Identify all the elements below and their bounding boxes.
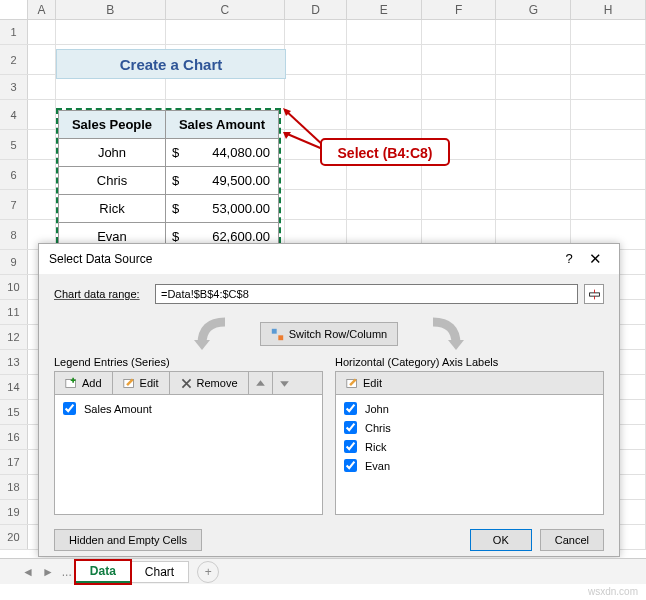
table-header-amount: Sales Amount xyxy=(166,111,279,139)
select-data-source-dialog: Select Data Source ? ✕ Chart data range:… xyxy=(38,243,620,557)
svg-marker-5 xyxy=(194,340,210,350)
move-up-button[interactable] xyxy=(249,372,273,394)
ok-button[interactable]: OK xyxy=(470,529,532,551)
category-checkbox[interactable] xyxy=(344,402,357,415)
cell-amount: $49,500.00 xyxy=(166,167,279,195)
table-row[interactable]: Rick$53,000.00 xyxy=(59,195,279,223)
tab-ellipsis[interactable]: ... xyxy=(58,565,76,579)
cell-name: Chris xyxy=(59,167,166,195)
collapse-icon xyxy=(588,288,601,301)
svg-marker-12 xyxy=(280,381,289,386)
category-checkbox[interactable] xyxy=(344,440,357,453)
col-header-a[interactable]: A xyxy=(28,0,56,19)
row-header-8[interactable]: 8 xyxy=(0,220,28,249)
series-item[interactable]: Sales Amount xyxy=(59,399,318,418)
row-header-7[interactable]: 7 xyxy=(0,190,28,219)
category-item[interactable]: Rick xyxy=(340,437,599,456)
row-header-16[interactable]: 16 xyxy=(0,425,28,449)
edit-label: Edit xyxy=(140,377,159,389)
col-header-f[interactable]: F xyxy=(422,0,497,19)
row-header-20[interactable]: 20 xyxy=(0,525,28,549)
category-listbox[interactable]: JohnChrisRickEvan xyxy=(335,395,604,515)
series-checkbox[interactable] xyxy=(63,402,76,415)
edit-series-button[interactable]: Edit xyxy=(113,372,170,394)
row-header-15[interactable]: 15 xyxy=(0,400,28,424)
select-all-corner[interactable] xyxy=(0,0,28,19)
watermark: wsxdn.com xyxy=(588,586,638,597)
cell-amount: $44,080.00 xyxy=(166,139,279,167)
sheet-tab-chart[interactable]: Chart xyxy=(130,561,189,583)
column-header-row: A B C D E F G H xyxy=(0,0,646,20)
tab-nav-prev[interactable]: ◄ xyxy=(18,565,38,579)
sheet-tabs: ◄ ► ... Data Chart + xyxy=(0,558,646,584)
svg-rect-7 xyxy=(278,335,283,340)
row-header-2[interactable]: 2 xyxy=(0,45,28,74)
cancel-button[interactable]: Cancel xyxy=(540,529,604,551)
svg-rect-4 xyxy=(589,292,599,295)
chart-range-input[interactable] xyxy=(155,284,578,304)
svg-marker-8 xyxy=(448,340,464,350)
table-row[interactable]: Chris$49,500.00 xyxy=(59,167,279,195)
category-label: John xyxy=(365,403,389,415)
table-header-people: Sales People xyxy=(59,111,166,139)
dialog-title: Select Data Source xyxy=(49,244,557,274)
row-header-11[interactable]: 11 xyxy=(0,300,28,324)
col-header-c[interactable]: C xyxy=(166,0,286,19)
row-header-6[interactable]: 6 xyxy=(0,160,28,189)
row-header-17[interactable]: 17 xyxy=(0,450,28,474)
category-item[interactable]: Chris xyxy=(340,418,599,437)
col-header-h[interactable]: H xyxy=(571,0,646,19)
row-header-4[interactable]: 4 xyxy=(0,100,28,129)
edit-axis-button[interactable]: Edit xyxy=(336,372,392,394)
category-item[interactable]: Evan xyxy=(340,456,599,475)
remove-series-button[interactable]: Remove xyxy=(170,372,249,394)
series-listbox[interactable]: Sales Amount xyxy=(54,395,323,515)
row-header-19[interactable]: 19 xyxy=(0,500,28,524)
col-header-b[interactable]: B xyxy=(56,0,166,19)
category-item[interactable]: John xyxy=(340,399,599,418)
series-label: Sales Amount xyxy=(84,403,152,415)
row-header-18[interactable]: 18 xyxy=(0,475,28,499)
row-header-10[interactable]: 10 xyxy=(0,275,28,299)
sheet-tab-data[interactable]: Data xyxy=(75,560,131,584)
row-header-13[interactable]: 13 xyxy=(0,350,28,374)
add-label: Add xyxy=(82,377,102,389)
svg-marker-11 xyxy=(256,380,265,385)
collapse-range-button[interactable] xyxy=(584,284,604,304)
col-header-d[interactable]: D xyxy=(285,0,347,19)
down-icon xyxy=(278,377,291,390)
switch-label: Switch Row/Column xyxy=(289,328,387,340)
col-header-e[interactable]: E xyxy=(347,0,422,19)
col-header-g[interactable]: G xyxy=(496,0,571,19)
row-header-9[interactable]: 9 xyxy=(0,250,28,274)
row-header-1[interactable]: 1 xyxy=(0,20,28,44)
help-button[interactable]: ? xyxy=(557,244,581,274)
edit-icon xyxy=(123,377,136,390)
add-sheet-button[interactable]: + xyxy=(197,561,219,583)
add-icon xyxy=(65,377,78,390)
row-header-3[interactable]: 3 xyxy=(0,75,28,99)
category-label: Rick xyxy=(365,441,386,453)
add-series-button[interactable]: Add xyxy=(55,372,113,394)
row-header-12[interactable]: 12 xyxy=(0,325,28,349)
hidden-cells-button[interactable]: Hidden and Empty Cells xyxy=(54,529,202,551)
close-button[interactable]: ✕ xyxy=(581,244,609,274)
data-table-selection[interactable]: Sales People Sales Amount John$44,080.00… xyxy=(56,108,281,253)
table-row[interactable]: John$44,080.00 xyxy=(59,139,279,167)
curved-arrow-right-icon xyxy=(428,316,468,352)
tab-nav-next[interactable]: ► xyxy=(38,565,58,579)
switch-row-column-button[interactable]: Switch Row/Column xyxy=(260,322,398,346)
edit-icon xyxy=(346,377,359,390)
axis-labels-label: Horizontal (Category) Axis Labels xyxy=(335,356,604,368)
axis-edit-label: Edit xyxy=(363,377,382,389)
move-down-button[interactable] xyxy=(273,372,296,394)
row-header-14[interactable]: 14 xyxy=(0,375,28,399)
category-checkbox[interactable] xyxy=(344,459,357,472)
category-label: Chris xyxy=(365,422,391,434)
row-header-5[interactable]: 5 xyxy=(0,130,28,159)
banner-title: Create a Chart xyxy=(56,49,286,79)
category-checkbox[interactable] xyxy=(344,421,357,434)
remove-label: Remove xyxy=(197,377,238,389)
category-label: Evan xyxy=(365,460,390,472)
callout-label: Select (B4:C8) xyxy=(320,138,450,166)
